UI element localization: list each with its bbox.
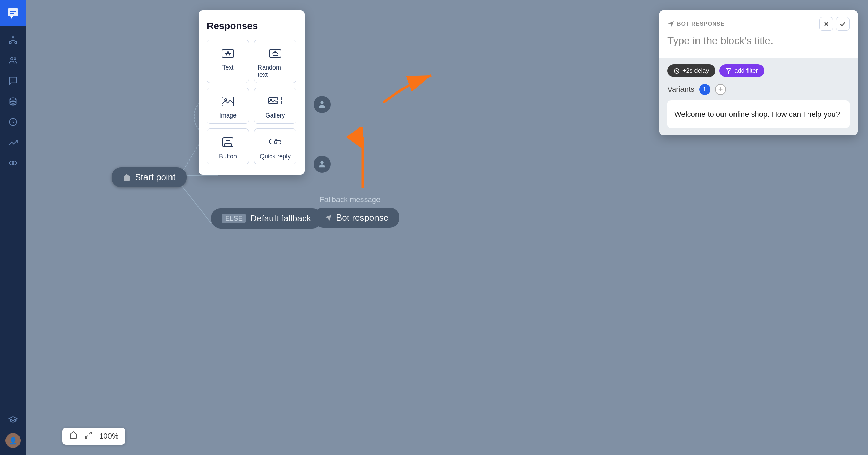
home-icon bbox=[123, 173, 131, 182]
start-point-node[interactable]: Start point bbox=[112, 167, 187, 187]
svg-line-23 bbox=[89, 432, 91, 434]
canvas-person-node-1[interactable] bbox=[314, 96, 331, 113]
sidebar-item-chat[interactable] bbox=[0, 71, 26, 91]
response-item-quick-reply[interactable]: Quick reply bbox=[254, 128, 296, 164]
response-gallery-label: Gallery bbox=[265, 112, 285, 119]
response-button-label: Button bbox=[219, 153, 237, 160]
svg-marker-45 bbox=[668, 21, 674, 27]
response-random-text-label: Random text bbox=[258, 64, 293, 78]
response-item-gallery[interactable]: Gallery bbox=[254, 88, 296, 124]
check-icon bbox=[839, 21, 846, 27]
bot-panel-body: +2s delay add filter Variants 1 + Welcom… bbox=[659, 58, 858, 135]
variants-count: 1 bbox=[699, 84, 710, 95]
bot-response-panel: BOT RESPONSE Type in the block's title. … bbox=[659, 10, 858, 135]
sidebar: 👤 bbox=[0, 0, 26, 455]
else-badge: ELSE bbox=[222, 214, 246, 223]
svg-point-3 bbox=[12, 36, 14, 38]
response-item-button[interactable]: Button bbox=[207, 128, 249, 164]
svg-rect-0 bbox=[8, 8, 18, 16]
svg-line-8 bbox=[13, 40, 16, 41]
canvas-bot-response-node[interactable]: Bot response bbox=[314, 208, 399, 228]
responses-popup: Responses Text Random text bbox=[199, 10, 305, 175]
sidebar-item-learn[interactable] bbox=[0, 409, 26, 430]
svg-point-11 bbox=[10, 98, 16, 100]
svg-rect-2 bbox=[10, 13, 14, 14]
filter-label: add filter bbox=[735, 67, 758, 74]
svg-rect-32 bbox=[222, 97, 234, 106]
quick-reply-icon bbox=[268, 135, 282, 149]
responses-grid: Text Random text Image bbox=[207, 40, 296, 164]
sidebar-item-schedule[interactable] bbox=[0, 112, 26, 132]
svg-rect-37 bbox=[278, 101, 282, 104]
sidebar-item-database[interactable] bbox=[0, 91, 26, 112]
svg-rect-1 bbox=[10, 11, 16, 12]
canvas-person-node-2[interactable] bbox=[314, 156, 331, 173]
svg-point-19 bbox=[320, 101, 323, 104]
response-text-label: Text bbox=[222, 64, 233, 71]
svg-point-10 bbox=[14, 58, 16, 60]
response-item-image[interactable]: Image bbox=[207, 88, 249, 124]
delay-label: +2s delay bbox=[682, 67, 709, 74]
image-icon bbox=[221, 94, 235, 109]
sidebar-item-analytics[interactable] bbox=[0, 132, 26, 153]
bot-section-label: BOT RESPONSE bbox=[677, 21, 725, 27]
user-avatar[interactable]: 👤 bbox=[5, 433, 21, 448]
responses-title: Responses bbox=[207, 21, 296, 32]
message-text: Welcome to our online shop. How can I he… bbox=[674, 110, 840, 119]
random-text-icon bbox=[268, 46, 282, 61]
svg-point-20 bbox=[320, 161, 323, 164]
response-item-random-text[interactable]: Random text bbox=[254, 40, 296, 83]
variants-label: Variants bbox=[667, 85, 694, 94]
add-variant-button[interactable]: + bbox=[715, 84, 726, 95]
svg-rect-39 bbox=[224, 143, 232, 146]
svg-point-4 bbox=[9, 41, 11, 44]
sidebar-item-org[interactable] bbox=[0, 29, 26, 50]
app-logo-icon bbox=[6, 6, 20, 20]
close-panel-button[interactable] bbox=[819, 17, 833, 31]
default-fallback-label: Default fallback bbox=[250, 213, 311, 224]
svg-marker-49 bbox=[727, 69, 731, 73]
filter-button[interactable]: add filter bbox=[719, 64, 764, 77]
svg-point-9 bbox=[11, 58, 13, 60]
sidebar-logo[interactable] bbox=[0, 0, 26, 26]
fallback-message-label: Fallback message bbox=[320, 195, 380, 204]
message-box[interactable]: Welcome to our online shop. How can I he… bbox=[667, 100, 850, 128]
filter-icon bbox=[726, 68, 732, 74]
svg-line-17 bbox=[180, 184, 211, 223]
gallery-icon bbox=[268, 94, 282, 109]
bot-panel-header: BOT RESPONSE Type in the block's title. bbox=[659, 10, 858, 58]
zoom-fit-button[interactable] bbox=[84, 431, 92, 441]
response-quick-reply-label: Quick reply bbox=[260, 153, 291, 160]
sidebar-item-segments[interactable] bbox=[0, 153, 26, 173]
zoom-home-button[interactable] bbox=[69, 431, 77, 441]
clock-icon bbox=[674, 68, 680, 74]
zoom-bar: 100% bbox=[62, 428, 125, 445]
svg-line-24 bbox=[85, 436, 88, 438]
button-icon bbox=[221, 135, 235, 149]
response-item-text[interactable]: Text bbox=[207, 40, 249, 83]
control-row: +2s delay add filter bbox=[667, 64, 850, 77]
send-small-icon bbox=[667, 21, 674, 27]
start-point-label: Start point bbox=[135, 172, 176, 183]
svg-line-7 bbox=[10, 40, 13, 41]
zoom-level: 100% bbox=[99, 432, 118, 441]
sidebar-item-users[interactable] bbox=[0, 50, 26, 71]
variants-row: Variants 1 + bbox=[667, 84, 850, 95]
text-icon bbox=[221, 46, 235, 61]
delay-button[interactable]: +2s delay bbox=[667, 64, 715, 77]
default-fallback-node[interactable]: ELSE Default fallback bbox=[211, 208, 322, 229]
svg-point-5 bbox=[15, 41, 17, 44]
close-icon bbox=[823, 21, 830, 27]
bot-label: BOT RESPONSE bbox=[667, 21, 725, 27]
svg-rect-43 bbox=[274, 140, 281, 144]
sidebar-bottom: 👤 bbox=[0, 409, 26, 455]
svg-marker-22 bbox=[325, 214, 331, 221]
confirm-panel-button[interactable] bbox=[836, 17, 850, 31]
panel-actions bbox=[819, 17, 850, 31]
panel-title[interactable]: Type in the block's title. bbox=[667, 34, 850, 52]
send-icon bbox=[324, 214, 332, 222]
bot-panel-top: BOT RESPONSE bbox=[667, 17, 850, 31]
response-image-label: Image bbox=[219, 112, 237, 119]
svg-rect-36 bbox=[278, 97, 282, 100]
svg-point-33 bbox=[225, 99, 227, 101]
